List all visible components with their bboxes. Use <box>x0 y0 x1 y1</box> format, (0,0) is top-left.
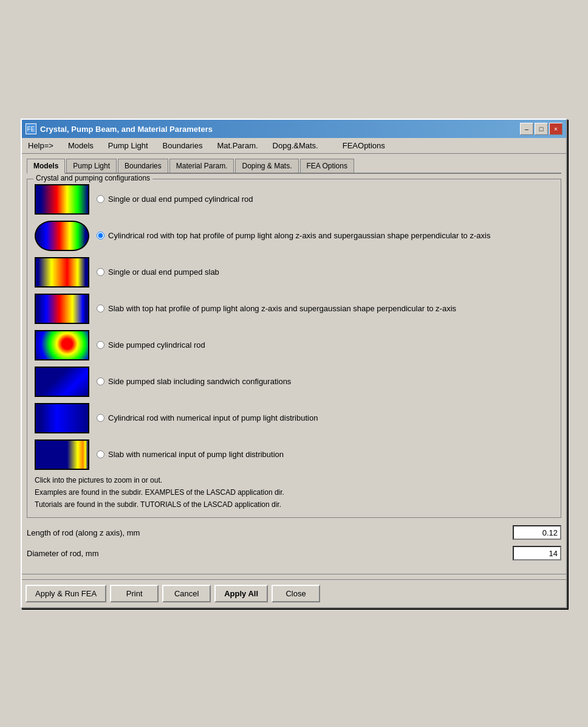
crystal-image-5[interactable] <box>35 330 89 360</box>
radio-8[interactable] <box>97 450 104 458</box>
window-icon: FE <box>26 123 36 134</box>
config-option-8[interactable]: Slab with numerical input of pump light … <box>97 449 284 460</box>
radio-5[interactable] <box>97 341 104 349</box>
radio-1[interactable] <box>97 195 104 203</box>
menu-pump-light[interactable]: Pump Light <box>106 140 151 151</box>
window-title: Crystal, Pump Beam, and Material Paramet… <box>40 125 520 134</box>
print-button[interactable]: Print <box>110 585 159 602</box>
tab-material-param[interactable]: Material Param. <box>169 159 234 173</box>
param-input-diameter[interactable] <box>513 546 561 560</box>
param-label-1: Length of rod (along z axis), mm <box>27 528 513 537</box>
menu-boundaries[interactable]: Boundaries <box>160 140 205 151</box>
button-row: Apply & Run FEA Print Cancel Apply All C… <box>22 579 566 607</box>
minimize-button[interactable]: – <box>520 123 533 135</box>
crystal-image-8[interactable] <box>35 439 89 470</box>
tab-doping-mats[interactable]: Doping & Mats. <box>235 159 298 173</box>
params-section: Length of rod (along z axis), mm Diamete… <box>27 525 561 560</box>
tab-bar: Models Pump Light Boundaries Material Pa… <box>27 159 561 174</box>
config-option-6[interactable]: Side pumped slab including sandwich conf… <box>97 376 291 387</box>
apply-run-fea-button[interactable]: Apply & Run FEA <box>26 585 106 602</box>
config-option-4[interactable]: Slab with top hat profile of pump light … <box>97 303 456 314</box>
info-line-3: Tutorials are found in the subdir. TUTOR… <box>35 500 553 509</box>
close-window-button[interactable]: × <box>549 123 562 135</box>
crystal-image-2[interactable] <box>35 221 89 251</box>
menu-dopg-mats[interactable]: Dopg.&Mats. <box>270 140 321 151</box>
param-label-2: Diameter of rod, mm <box>27 549 513 558</box>
config-option-3[interactable]: Single or dual end pumped slab <box>97 267 219 278</box>
title-bar: FE Crystal, Pump Beam, and Material Para… <box>22 120 566 138</box>
close-button[interactable]: Close <box>272 585 320 602</box>
config-row-6: Side pumped slab including sandwich conf… <box>35 367 553 397</box>
menu-help[interactable]: Help=> <box>26 140 56 151</box>
radio-6[interactable] <box>97 377 104 385</box>
tab-pump-light[interactable]: Pump Light <box>66 159 117 173</box>
window-controls: – □ × <box>520 123 562 135</box>
radio-4[interactable] <box>97 305 104 312</box>
tab-boundaries[interactable]: Boundaries <box>118 159 168 173</box>
tab-models[interactable]: Models <box>27 159 65 174</box>
separator <box>22 574 566 574</box>
apply-all-button[interactable]: Apply All <box>214 585 268 602</box>
menu-models[interactable]: Models <box>66 140 96 151</box>
info-line-2: Examples are found in the subdir. EXAMPL… <box>35 488 553 497</box>
main-window: FE Crystal, Pump Beam, and Material Para… <box>21 119 567 608</box>
config-row-2: Cylindrical rod with top hat profile of … <box>35 221 553 251</box>
param-row-2: Diameter of rod, mm <box>27 546 561 560</box>
radio-2[interactable] <box>97 232 104 239</box>
config-row-4: Slab with top hat profile of pump light … <box>35 294 553 324</box>
config-group: Crystal and pumping configurations Singl… <box>27 179 561 518</box>
crystal-image-3[interactable] <box>35 257 89 288</box>
config-option-7[interactable]: Cylindrical rod with numerical input of … <box>97 413 318 424</box>
maximize-button[interactable]: □ <box>535 123 548 135</box>
menu-mat-param[interactable]: Mat.Param. <box>214 140 260 151</box>
config-row-5: Side pumped cylindrical rod <box>35 330 553 360</box>
config-option-1[interactable]: Single or dual end pumped cylindrical ro… <box>97 194 253 205</box>
config-option-2[interactable]: Cylindrical rod with top hat profile of … <box>97 230 490 241</box>
info-line-1: Click into the pictures to zoom in or ou… <box>35 476 553 484</box>
crystal-image-7[interactable] <box>35 403 89 433</box>
radio-3[interactable] <box>97 268 104 276</box>
config-row-8: Slab with numerical input of pump light … <box>35 439 553 470</box>
cancel-button[interactable]: Cancel <box>162 585 211 602</box>
crystal-image-4[interactable] <box>35 294 89 324</box>
param-input-length[interactable] <box>513 525 561 540</box>
menu-bar: Help=> Models Pump Light Boundaries Mat.… <box>22 138 566 154</box>
crystal-image-6[interactable] <box>35 367 89 397</box>
crystal-image-1[interactable] <box>35 184 89 215</box>
config-option-5[interactable]: Side pumped cylindrical rod <box>97 340 205 351</box>
radio-7[interactable] <box>97 414 104 422</box>
main-content: Models Pump Light Boundaries Material Pa… <box>22 154 566 571</box>
menu-fea-options[interactable]: FEAOptions <box>340 140 388 151</box>
config-row-7: Cylindrical rod with numerical input of … <box>35 403 553 433</box>
config-row-3: Single or dual end pumped slab <box>35 257 553 288</box>
config-row-1: Single or dual end pumped cylindrical ro… <box>35 184 553 215</box>
group-title: Crystal and pumping configurations <box>33 174 152 182</box>
param-row-1: Length of rod (along z axis), mm <box>27 525 561 540</box>
tab-fea-options[interactable]: FEA Options <box>300 159 354 173</box>
